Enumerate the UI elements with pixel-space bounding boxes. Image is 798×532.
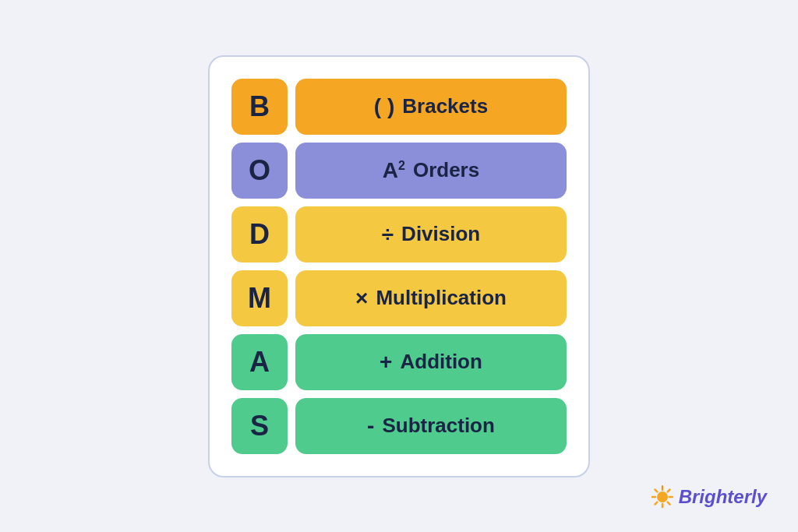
desc-orders: A2 Orders (295, 143, 567, 199)
symbol-brackets: ( ) (374, 94, 394, 119)
letter-D: D (231, 206, 288, 262)
label-division: Division (401, 222, 480, 246)
row-subtraction: S - Subtraction (231, 398, 567, 454)
sun-icon (651, 485, 674, 509)
brighterly-text: Brighterly (679, 486, 767, 508)
row-multiplication: M × Multiplication (231, 270, 567, 326)
desc-brackets: ( ) Brackets (295, 79, 567, 135)
brighterly-logo: Brighterly (651, 485, 767, 509)
letter-A: A (231, 334, 288, 390)
label-addition: Addition (400, 350, 482, 374)
row-orders: O A2 Orders (231, 143, 567, 199)
symbol-subtraction: - (367, 414, 374, 439)
letter-O: O (231, 143, 288, 199)
svg-line-7 (667, 490, 669, 492)
row-brackets: B ( ) Brackets (231, 79, 567, 135)
letter-B: B (231, 79, 288, 135)
svg-line-5 (655, 490, 657, 492)
desc-addition: + Addition (295, 334, 567, 390)
desc-division: ÷ Division (295, 206, 567, 262)
bodmas-card: B ( ) Brackets O A2 Orders D ÷ Division … (208, 55, 590, 477)
desc-multiplication: × Multiplication (295, 270, 567, 326)
symbol-addition: + (380, 350, 392, 375)
letter-M: M (231, 270, 288, 326)
letter-S: S (231, 398, 288, 454)
symbol-multiplication: × (355, 286, 368, 311)
row-addition: A + Addition (231, 334, 567, 390)
label-orders: Orders (413, 158, 479, 182)
label-brackets: Brackets (402, 94, 488, 118)
svg-line-6 (667, 502, 669, 505)
label-subtraction: Subtraction (382, 414, 494, 438)
label-multiplication: Multiplication (376, 286, 507, 310)
svg-line-8 (655, 502, 657, 505)
symbol-division: ÷ (382, 222, 394, 247)
svg-point-0 (657, 491, 668, 502)
desc-subtraction: - Subtraction (295, 398, 567, 454)
symbol-orders: A2 (383, 158, 405, 183)
row-division: D ÷ Division (231, 206, 567, 262)
